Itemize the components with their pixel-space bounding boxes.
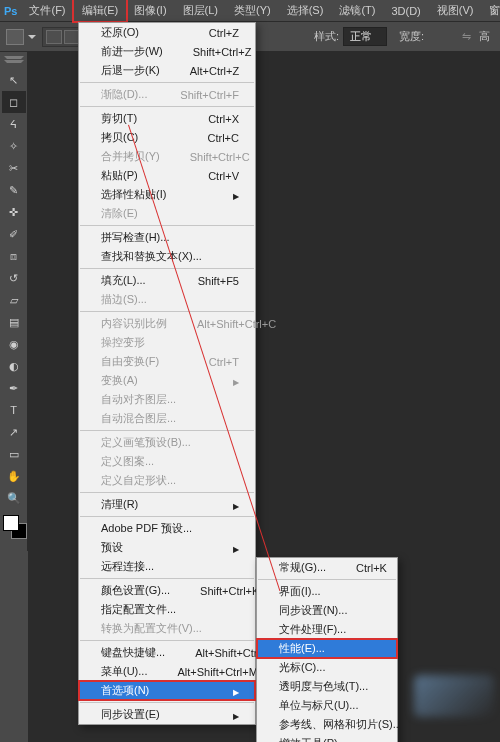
edit-item-shortcut: Alt+Shift+Ctrl+C [197, 318, 276, 330]
menu-3d[interactable]: 3D(D) [383, 2, 428, 20]
current-tool-icon[interactable] [6, 29, 24, 45]
pref-item-4[interactable]: 文件处理(F)... [257, 620, 397, 639]
tool-eraser[interactable]: ▱ [2, 289, 26, 311]
edit-item-36[interactable]: 颜色设置(G)...Shift+Ctrl+K [79, 581, 255, 600]
tool-marquee[interactable]: ◻ [2, 91, 26, 113]
edit-item-6[interactable]: 剪切(T)Ctrl+X [79, 109, 255, 128]
pref-item-6[interactable]: 光标(C)... [257, 658, 397, 677]
pref-item-label: 透明度与色域(T)... [279, 679, 368, 694]
submenu-arrow-icon [227, 189, 239, 201]
edit-item-shortcut: Shift+F5 [198, 275, 239, 287]
edit-item-24: 自动混合图层... [79, 409, 255, 428]
pref-item-0[interactable]: 常规(G)...Ctrl+K [257, 558, 397, 577]
edit-item-41[interactable]: 菜单(U)...Alt+Shift+Ctrl+M [79, 662, 255, 681]
link-icon[interactable]: ⇋ [462, 30, 471, 43]
tool-hand[interactable]: ✋ [2, 465, 26, 487]
pref-item-7[interactable]: 透明度与色域(T)... [257, 677, 397, 696]
menu-layer[interactable]: 图层(L) [175, 0, 226, 21]
pref-item-8[interactable]: 单位与标尺(U)... [257, 696, 397, 715]
edit-item-label: 清理(R) [101, 497, 138, 512]
tool-blur[interactable]: ◉ [2, 333, 26, 355]
edit-item-label: 后退一步(K) [101, 63, 160, 78]
edit-item-label: 变换(A) [101, 373, 138, 388]
pref-item-10[interactable]: 增效工具(P)... [257, 734, 397, 742]
edit-item-label: 填充(L)... [101, 273, 146, 288]
tool-preset-dropdown-icon[interactable] [28, 35, 36, 39]
edit-item-42[interactable]: 首选项(N) [79, 681, 255, 700]
tool-zoom[interactable]: 🔍 [2, 487, 26, 509]
edit-item-shortcut: Ctrl+C [208, 132, 239, 144]
menu-view[interactable]: 视图(V) [429, 0, 482, 21]
edit-separator [80, 492, 254, 493]
tool-type[interactable]: T [2, 399, 26, 421]
tool-dodge[interactable]: ◐ [2, 355, 26, 377]
foreground-swatch[interactable] [3, 515, 19, 531]
edit-item-label: 预设 [101, 540, 123, 555]
tool-move[interactable]: ↖ [2, 69, 26, 91]
color-swatches[interactable] [0, 513, 27, 549]
edit-item-10[interactable]: 选择性粘贴(I) [79, 185, 255, 204]
edit-item-32[interactable]: Adobe PDF 预设... [79, 519, 255, 538]
edit-item-8: 合并拷贝(Y)Shift+Ctrl+C [79, 147, 255, 166]
tool-shape[interactable]: ▭ [2, 443, 26, 465]
edit-item-1[interactable]: 前进一步(W)Shift+Ctrl+Z [79, 42, 255, 61]
edit-item-label: 描边(S)... [101, 292, 147, 307]
tool-history[interactable]: ↺ [2, 267, 26, 289]
edit-item-shortcut: Alt+Ctrl+Z [190, 65, 240, 77]
menu-edit[interactable]: 编辑(E) [74, 0, 127, 21]
edit-item-28: 定义自定形状... [79, 471, 255, 490]
tool-eyedropper[interactable]: ✎ [2, 179, 26, 201]
edit-item-2[interactable]: 后退一步(K)Alt+Ctrl+Z [79, 61, 255, 80]
width-label: 宽度: [399, 29, 424, 44]
edit-item-37[interactable]: 指定配置文件... [79, 600, 255, 619]
edit-item-0[interactable]: 还原(O)Ctrl+Z [79, 23, 255, 42]
edit-item-shortcut: Shift+Ctrl+C [190, 151, 250, 163]
edit-item-38: 转换为配置文件(V)... [79, 619, 255, 638]
edit-item-label: 同步设置(E) [101, 707, 160, 722]
edit-separator [80, 225, 254, 226]
edit-item-16[interactable]: 填充(L)...Shift+F5 [79, 271, 255, 290]
edit-item-shortcut: Alt+Shift+Ctrl+M [177, 666, 257, 678]
edit-item-label: 渐隐(D)... [101, 87, 147, 102]
edit-item-21: 自由变换(F)Ctrl+T [79, 352, 255, 371]
edit-item-34[interactable]: 远程连接... [79, 557, 255, 576]
tool-lasso[interactable]: ᔦ [2, 113, 26, 135]
edit-item-shortcut: Ctrl+T [209, 356, 239, 368]
edit-item-label: 操控变形 [101, 335, 145, 350]
edit-item-label: 转换为配置文件(V)... [101, 621, 202, 636]
pref-item-5[interactable]: 性能(E)... [257, 639, 397, 658]
pref-item-3[interactable]: 同步设置(N)... [257, 601, 397, 620]
tool-pen[interactable]: ✒ [2, 377, 26, 399]
edit-item-label: 清除(E) [101, 206, 138, 221]
edit-item-40[interactable]: 键盘快捷键...Alt+Shift+Ctrl+K [79, 643, 255, 662]
menu-filter[interactable]: 滤镜(T) [331, 0, 383, 21]
menu-select[interactable]: 选择(S) [279, 0, 332, 21]
edit-separator [80, 106, 254, 107]
menu-file[interactable]: 文件(F) [21, 0, 73, 21]
style-dropdown[interactable]: 正常 [343, 27, 387, 46]
tool-brush[interactable]: ✐ [2, 223, 26, 245]
tool-wand[interactable]: ✧ [2, 135, 26, 157]
edit-item-9[interactable]: 粘贴(P)Ctrl+V [79, 166, 255, 185]
pref-item-label: 增效工具(P)... [279, 736, 347, 742]
edit-item-14[interactable]: 查找和替换文本(X)... [79, 247, 255, 266]
submenu-arrow-icon [227, 709, 239, 721]
menu-type[interactable]: 类型(Y) [226, 0, 279, 21]
edit-separator [80, 516, 254, 517]
tool-path[interactable]: ↗ [2, 421, 26, 443]
edit-item-44[interactable]: 同步设置(E) [79, 705, 255, 724]
edit-item-33[interactable]: 预设 [79, 538, 255, 557]
tool-gradient[interactable]: ▤ [2, 311, 26, 333]
menu-window[interactable]: 窗口(W) [481, 0, 500, 21]
edit-item-30[interactable]: 清理(R) [79, 495, 255, 514]
menu-image[interactable]: 图像(I) [126, 0, 174, 21]
edit-item-23: 自动对齐图层... [79, 390, 255, 409]
tool-crop[interactable]: ✂ [2, 157, 26, 179]
edit-item-27: 定义图案... [79, 452, 255, 471]
pref-item-9[interactable]: 参考线、网格和切片(S)... [257, 715, 397, 734]
tool-heal[interactable]: ✜ [2, 201, 26, 223]
tool-stamp[interactable]: ⧈ [2, 245, 26, 267]
edit-item-22: 变换(A) [79, 371, 255, 390]
edit-item-7[interactable]: 拷贝(C)Ctrl+C [79, 128, 255, 147]
tools-grip-icon[interactable] [4, 56, 24, 63]
